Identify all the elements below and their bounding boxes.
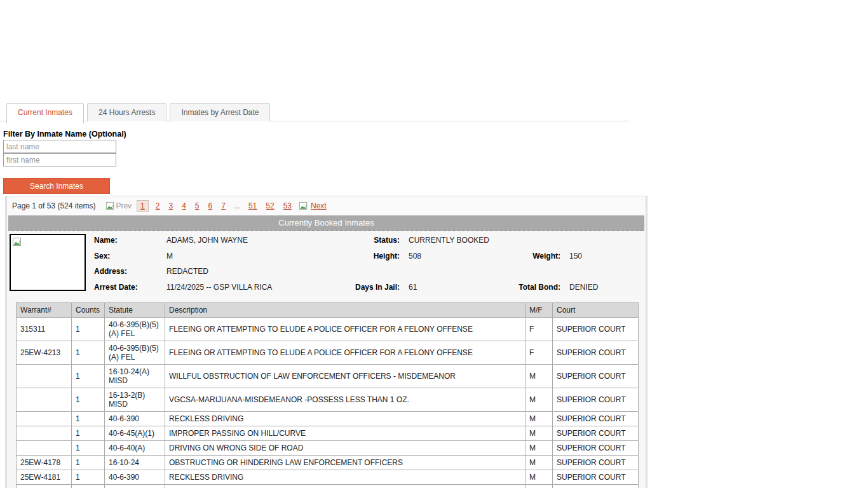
warrant-cell: 1: [72, 441, 105, 456]
warrant-cell: 25EW-4178: [17, 456, 72, 470]
warrant-row: 25EW-4213140-6-395(B)(5)(A) FELFLEEING O…: [17, 341, 639, 365]
search-inmates-button[interactable]: Search Inmates: [3, 178, 110, 194]
warrant-cell: [17, 412, 72, 426]
warrant-cell: SUPERIOR COURT: [553, 456, 639, 470]
column-header-counts: Counts: [72, 303, 105, 318]
warrant-cell: SUPERIOR COURT: [553, 365, 639, 388]
warrant-cell: 40-6-45(A)(1): [105, 426, 165, 441]
page-link-3[interactable]: 3: [166, 201, 175, 211]
page-link-5[interactable]: 5: [193, 201, 201, 211]
warrant-cell: [17, 365, 72, 388]
warrant-cell: 40-6-390: [105, 470, 165, 485]
warrant-cell: M: [526, 388, 553, 412]
broken-image-icon: [105, 201, 115, 211]
tab-bar: Current Inmates24 Hours ArrestsInmates b…: [0, 103, 629, 121]
warrant-cell: 1: [72, 412, 105, 426]
page-link-2[interactable]: 2: [154, 201, 162, 211]
warrant-cell: [17, 426, 72, 441]
weight-label: Weight:: [452, 252, 560, 261]
warrant-row: 116-10-24(A) MISDWILLFUL OBSTRUCTION OF …: [17, 365, 639, 388]
name-label: Name:: [94, 236, 118, 245]
warrant-cell: IMPROPER PASSING ON HILL/CURVE: [165, 426, 526, 441]
warrant-cell: 40-6-395(B)(5)(A) FEL: [105, 318, 165, 341]
total-bond-value: DENIED: [569, 283, 598, 292]
page-link-51[interactable]: 51: [247, 201, 259, 211]
prev-page-button[interactable]: Prev: [116, 201, 132, 210]
tab-current-inmates[interactable]: Current Inmates: [6, 103, 84, 123]
pager: Prev1234567...515253Next: [103, 200, 330, 212]
warrant-cell: [17, 388, 72, 412]
warrant-cell: SUPERIOR COURT: [553, 318, 639, 341]
warrant-cell: 1: [72, 388, 105, 412]
arrest-date-value: 11/24/2025 -- GSP VILLA RICA: [166, 283, 272, 292]
next-page-control[interactable]: Next: [299, 201, 329, 211]
warrant-row: 25EW-4182140-6-270HIT AND RUN: DUTY OF D…: [17, 485, 639, 488]
warrant-cell: FLEEING OR ATTEMPTING TO ELUDE A POLICE …: [165, 318, 526, 341]
warrant-cell: 1: [72, 456, 105, 470]
warrant-row: 116-13-2(B) MISDVGCSA-MARIJUANA-MISDEMEA…: [17, 388, 639, 412]
page-link-53[interactable]: 53: [281, 201, 294, 211]
last-name-input[interactable]: [3, 140, 116, 153]
broken-image-icon: [12, 237, 22, 247]
first-name-input[interactable]: [3, 153, 116, 166]
warrant-cell: SUPERIOR COURT: [553, 341, 639, 365]
warrant-cell: OBSTRUCTING OR HINDERING LAW ENFORCEMENT…: [165, 456, 526, 470]
warrant-cell: 40-6-390: [105, 412, 165, 426]
warrants-table: Warrant#CountsStatuteDescriptionM/FCourt…: [16, 302, 639, 488]
tab-24-hours-arrests[interactable]: 24 Hours Arrests: [87, 103, 166, 121]
warrant-cell: 40-6-40(A): [105, 441, 165, 456]
warrant-cell: SUPERIOR COURT: [553, 485, 639, 488]
warrant-cell: RECKLESS DRIVING: [165, 470, 526, 485]
warrant-cell: [17, 441, 72, 456]
warrant-cell: SUPERIOR COURT: [553, 426, 639, 441]
prev-page-control[interactable]: Prev: [105, 201, 132, 211]
warrant-cell: M: [526, 365, 553, 388]
warrant-row: 140-6-45(A)(1)IMPROPER PASSING ON HILL/C…: [17, 426, 639, 441]
address-value: REDACTED: [166, 267, 208, 276]
page-ellipsis: ...: [234, 201, 240, 210]
warrant-cell: DRIVING ON WRONG SIDE OF ROAD: [165, 441, 526, 456]
warrant-cell: WILLFUL OBSTRUCTION OF LAW ENFORCEMENT O…: [165, 365, 526, 388]
tab-inmates-by-arrest-date[interactable]: Inmates by Arrest Date: [170, 103, 270, 121]
arrest-date-label: Arrest Date:: [94, 283, 138, 292]
warrant-cell: HIT AND RUN: DUTY OF DRIVER TO STOP AT O…: [165, 485, 526, 488]
height-label: Height:: [287, 252, 400, 261]
warrant-cell: M: [526, 456, 553, 470]
warrant-cell: M: [526, 412, 553, 426]
warrant-cell: SUPERIOR COURT: [553, 412, 639, 426]
column-header-court: Court: [553, 303, 639, 318]
page-link-7[interactable]: 7: [219, 201, 227, 211]
warrant-cell: 16-10-24(A) MISD: [105, 365, 165, 388]
status-label: Status:: [287, 236, 400, 245]
page-current[interactable]: 1: [137, 200, 149, 212]
warrant-cell: M: [526, 485, 553, 488]
warrant-row: 140-6-40(A)DRIVING ON WRONG SIDE OF ROAD…: [17, 441, 639, 456]
warrant-cell: SUPERIOR COURT: [553, 470, 639, 485]
weight-value: 150: [569, 252, 582, 261]
warrant-cell: 1: [72, 485, 105, 488]
page-link-52[interactable]: 52: [264, 201, 276, 211]
warrant-cell: 315311: [17, 318, 72, 341]
column-header-m-f: M/F: [526, 303, 553, 318]
warrant-cell: SUPERIOR COURT: [553, 441, 639, 456]
page-summary: Page 1 of 53 (524 items): [12, 201, 95, 210]
warrant-cell: RECKLESS DRIVING: [165, 412, 526, 426]
warrant-cell: M: [526, 441, 553, 456]
warrant-row: 25EW-4178116-10-24OBSTRUCTING OR HINDERI…: [17, 456, 639, 470]
column-header-warrant-: Warrant#: [17, 303, 72, 318]
warrant-row: 315311140-6-395(B)(5)(A) FELFLEEING OR A…: [17, 318, 639, 341]
warrant-cell: 1: [72, 341, 105, 365]
pagination-bar: Page 1 of 53 (524 items) Prev1234567...5…: [7, 196, 646, 215]
total-bond-label: Total Bond:: [452, 283, 560, 292]
warrant-cell: F: [526, 318, 553, 341]
page-link-4[interactable]: 4: [180, 201, 188, 211]
next-page-button[interactable]: Next: [309, 201, 329, 211]
filter-by-name-label: Filter By Inmate Name (Optional): [3, 130, 126, 139]
warrant-cell: FLEEING OR ATTEMPTING TO ELUDE A POLICE …: [165, 341, 526, 365]
page-link-6[interactable]: 6: [207, 201, 215, 211]
warrant-cell: 25EW-4213: [17, 341, 72, 365]
warrant-cell: 1: [72, 426, 105, 441]
warrant-cell: M: [526, 470, 553, 485]
address-label: Address:: [94, 267, 127, 276]
warrant-cell: VGCSA-MARIJUANA-MISDEMEANOR -POSSESS LES…: [165, 388, 526, 412]
